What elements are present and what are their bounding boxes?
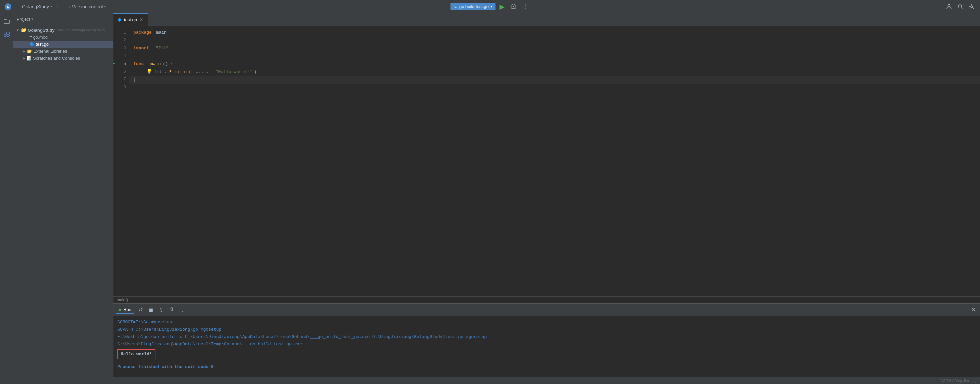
tab-go-icon: 🔷	[118, 17, 122, 22]
run-tab-label: Run	[123, 307, 131, 312]
user-icon-button[interactable]	[944, 2, 954, 11]
console-line-1: GOROOT=E:\Go #gosetup	[118, 319, 976, 326]
rerun-button[interactable]: ↺	[137, 306, 145, 314]
stop-button[interactable]: ◼	[147, 306, 155, 314]
editor-content[interactable]: 1 2 3 4 5 ▶ 6 7 8	[113, 26, 980, 296]
ext-libs-icon: 📁	[27, 49, 32, 54]
titlebar: G GolangStudy ▾ | ⑂ Version control ▾ G …	[0, 0, 980, 13]
console-line-4: C:\Users\DingJiaxiong\AppData\Local\Temp…	[118, 341, 976, 348]
project-panel: Project ▾ ▼ 📁 GolangStudy D:\DingJiaxion…	[13, 13, 113, 384]
play-button[interactable]: ▶	[498, 2, 506, 12]
line-numbers: 1 2 3 4 5 ▶ 6 7 8	[113, 26, 129, 296]
project-name[interactable]: GolangStudy ▾	[22, 4, 52, 10]
hamburger-menu-button[interactable]	[15, 5, 19, 8]
line-num-3: 3	[113, 44, 129, 52]
code-line-4	[129, 52, 980, 60]
code-line-2	[129, 36, 980, 44]
project-icon-button[interactable]	[2, 29, 12, 39]
code-line-1: package main	[129, 29, 980, 36]
editor-split: 1 2 3 4 5 ▶ 6 7 8	[113, 26, 980, 377]
line-num-8: 8	[113, 83, 129, 91]
hello-world-box: Hello world!	[118, 349, 155, 359]
tab-close-button[interactable]: ✕	[139, 17, 144, 22]
tree-root[interactable]: ▼ 📁 GolangStudy D:\DingJiaxiong\GolangSt…	[13, 26, 113, 34]
process-finished: Process finished with the exit code 0	[118, 363, 976, 371]
search-button[interactable]	[955, 2, 965, 11]
svg-rect-8	[4, 32, 6, 34]
project-tree: ▼ 📁 GolangStudy D:\DingJiaxiong\GolangSt…	[13, 25, 113, 384]
editor-area: 🔷 test.go ✕ 1 2 3 4 5 ▶	[113, 13, 980, 384]
scratches-label: Scratches and Consoles	[33, 56, 80, 61]
svg-point-6	[970, 6, 973, 8]
titlebar-right	[944, 2, 977, 11]
svg-point-5	[958, 5, 962, 8]
console-line-3: E:\Go\bin\go.exe build -o C:\Users\DingJ…	[118, 333, 976, 341]
code-editor: 1 2 3 4 5 ▶ 6 7 8	[113, 26, 980, 296]
sidebar-icons: ⋯	[0, 13, 13, 384]
code-line-8	[129, 84, 980, 92]
lightbulb-icon: 💡	[146, 68, 152, 76]
scratches-icon: 📝	[27, 56, 32, 61]
panel-close-button[interactable]: ✕	[970, 306, 977, 314]
breadcrumb-text: main()	[117, 298, 128, 302]
tab-label: test.go	[124, 17, 137, 22]
code-line-3: import "fmt"	[129, 44, 980, 52]
project-panel-header: Project ▾	[13, 13, 113, 25]
svg-rect-10	[4, 35, 6, 36]
main-layout: ⋯ Project ▾ ▼ 📁 GolangStudy D:\DingJiaxi…	[0, 13, 980, 384]
bottom-panel-header: ▶ Run ↺ ◼ ⇧ ⋮ ✕	[113, 304, 980, 316]
root-name: GolangStudy	[28, 28, 55, 33]
run-config-button[interactable]: G go build test.go ▾	[450, 3, 495, 10]
code-line-5: func main () {	[129, 60, 980, 68]
testgo-icon: 🔷	[29, 42, 34, 47]
run-line-icon: ▶	[113, 60, 115, 67]
tree-testgo[interactable]: 🔷 test.go	[13, 41, 113, 48]
console-output: GOROOT=E:\Go #gosetup GOPATH=C:\Users\Di…	[113, 316, 980, 377]
ext-chevron: ▶	[23, 49, 25, 53]
debug-button[interactable]	[509, 2, 519, 11]
console-line-2: GOPATH=C:\Users\DingJiaxiong\go #gosetup	[118, 326, 976, 333]
tree-gomod[interactable]: ≡ go.mod	[13, 34, 113, 41]
root-chevron: ▼	[16, 29, 19, 32]
tree-external-libs[interactable]: ▶ 📁 External Libraries	[13, 48, 113, 55]
breadcrumb: main()	[113, 296, 980, 303]
code-lines: package main import "fmt"	[129, 26, 980, 296]
more-options-button[interactable]: ⋮	[520, 2, 530, 11]
line-num-1: 1	[113, 29, 129, 36]
line-num-4: 4	[113, 52, 129, 60]
titlebar-left: G GolangStudy ▾ | ⑂ Version control ▾	[3, 2, 106, 11]
testgo-label: test.go	[36, 42, 49, 47]
tree-scratches[interactable]: ▶ 📝 Scratches and Consoles	[13, 55, 113, 62]
root-folder-icon: 📁	[21, 27, 26, 33]
project-chevron: ▾	[31, 17, 33, 21]
svg-rect-11	[7, 35, 10, 36]
line-num-6: 6	[113, 68, 129, 75]
svg-rect-7	[4, 20, 10, 24]
status-bar: CSDN ©Ding Jiaxiong	[113, 377, 980, 384]
gomod-label: go.mod	[33, 35, 48, 40]
more-sidebar-button[interactable]: ⋯	[2, 373, 12, 384]
bottom-panel: ▶ Run ↺ ◼ ⇧ ⋮ ✕ GOROOT=E:\Go #gosetu	[113, 303, 980, 377]
run-tab[interactable]: ▶ Run	[116, 306, 134, 314]
code-line-7: }	[129, 76, 980, 84]
root-path: D:\DingJiaxiong\GolangStudy	[57, 28, 105, 32]
settings-button[interactable]	[967, 2, 977, 11]
svg-text:G: G	[7, 5, 9, 9]
ext-libs-label: External Libraries	[33, 49, 67, 54]
version-control[interactable]: ⑂ Version control ▾	[68, 4, 107, 10]
line-num-5: 5 ▶	[113, 60, 129, 68]
tab-bar: 🔷 test.go ✕	[113, 13, 980, 26]
project-title: Project	[17, 17, 30, 22]
app-logo: G	[3, 2, 13, 11]
trash-button[interactable]	[168, 306, 176, 314]
svg-rect-9	[7, 32, 10, 34]
panel-more-button[interactable]: ⋮	[178, 306, 187, 314]
run-tab-icon: ▶	[119, 307, 122, 312]
folder-icon-button[interactable]	[2, 16, 12, 27]
scroll-button[interactable]: ⇧	[158, 306, 165, 314]
gomod-icon: ≡	[29, 35, 32, 40]
line-num-2: 2	[113, 36, 129, 44]
tab-testgo[interactable]: 🔷 test.go ✕	[113, 13, 148, 26]
scratches-chevron: ▶	[23, 56, 25, 60]
line-num-7: 7	[113, 75, 129, 83]
